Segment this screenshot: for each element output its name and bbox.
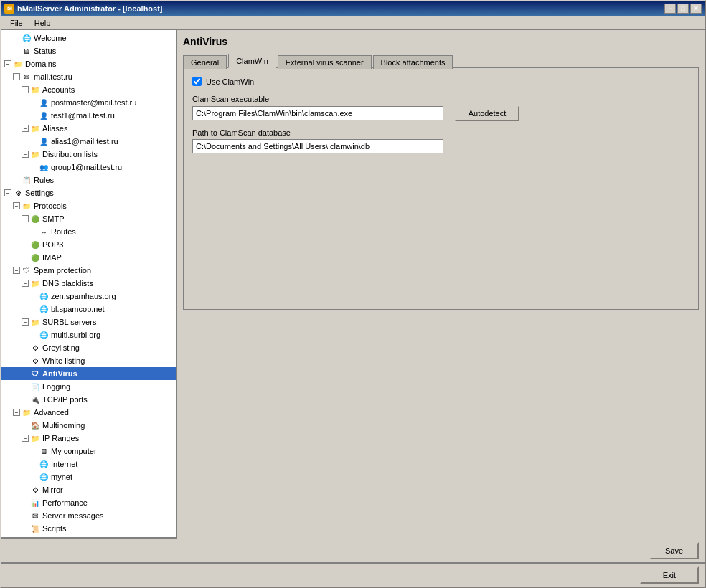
close-button[interactable]: ✕ <box>690 4 702 14</box>
tree-item-status[interactable]: 🖥 Status <box>1 44 176 57</box>
tree-item-alias1[interactable]: 👤 alias1@mail.test.ru <box>1 135 176 148</box>
exit-bar: Exit <box>1 562 705 587</box>
tree-label-spam-protection: Spam protection <box>34 266 91 275</box>
expand-protocols[interactable]: − <box>13 202 20 209</box>
tree-item-spam-protection[interactable]: − 🛡 Spam protection <box>1 264 176 277</box>
folder-icon-dns: 📁 <box>30 278 40 288</box>
tab-clamwin[interactable]: ClamWin <box>228 54 276 68</box>
tree-label-server-messages: Server messages <box>42 511 104 520</box>
tree-item-protocols[interactable]: − 📁 Protocols <box>1 199 176 212</box>
tree-item-internet[interactable]: 🌐 Internet <box>1 457 176 470</box>
tree-item-server-messages[interactable]: ✉ Server messages <box>1 509 176 522</box>
expand-surbl[interactable]: − <box>22 318 29 326</box>
tree-item-multihoming[interactable]: 🏠 Multihoming <box>1 419 176 432</box>
tree-item-dist-lists[interactable]: − 📁 Distribution lists <box>1 148 176 161</box>
tree-item-smtp[interactable]: − 🟢 SMTP <box>1 212 176 225</box>
expand-advanced[interactable]: − <box>13 409 20 416</box>
tree-label-dist-lists: Distribution lists <box>42 150 98 158</box>
tree-item-accounts[interactable]: − 📁 Accounts <box>1 83 176 96</box>
tree-item-imap[interactable]: 🟢 IMAP <box>1 251 176 264</box>
rules-icon: 📋 <box>22 175 32 185</box>
person-icon-postmaster: 👤 <box>39 98 49 108</box>
tree-item-dns-blacklists[interactable]: − 📁 DNS blacklists <box>1 277 176 290</box>
monitor-icon: 🖥 <box>22 46 32 56</box>
expand-spam[interactable]: − <box>13 267 20 274</box>
tcpip-icon: 🔌 <box>30 394 40 404</box>
tree-item-zen-spamhaus[interactable]: 🌐 zen.spamhaus.org <box>1 290 176 303</box>
tab-content-clamwin: Use ClamWin ClamScan executable Autodete… <box>183 67 699 310</box>
autodetect-button[interactable]: Autodetect <box>455 105 519 121</box>
tree-item-mirror[interactable]: ⚙ Mirror <box>1 483 176 496</box>
expand-ip-ranges[interactable]: − <box>22 435 29 442</box>
use-clamwin-checkbox[interactable] <box>192 77 202 86</box>
tab-general[interactable]: General <box>183 55 227 69</box>
tree-item-performance[interactable]: 📊 Performance <box>1 496 176 509</box>
tree-label-protocols: Protocols <box>34 201 67 210</box>
maximize-button[interactable]: □ <box>677 4 689 14</box>
tree-item-pop3[interactable]: 🟢 POP3 <box>1 238 176 251</box>
folder-icon-advanced: 📁 <box>22 407 32 417</box>
person-icon-test1: 👤 <box>39 110 49 120</box>
tree-item-my-computer[interactable]: 🖥 My computer <box>1 445 176 457</box>
tree-item-domains[interactable]: − 📁 Domains <box>1 57 176 70</box>
tab-external-scanner[interactable]: External virus scanner <box>278 55 372 69</box>
tree-item-group1[interactable]: 👥 group1@mail.test.ru <box>1 161 176 174</box>
tree-label-accounts: Accounts <box>42 85 75 94</box>
exit-button[interactable]: Exit <box>640 566 699 584</box>
tree-item-routes[interactable]: ↔ Routes <box>1 225 176 238</box>
app-icon: ✉ <box>4 4 14 14</box>
smtp-icon: 🟢 <box>30 214 40 224</box>
tree-item-ip-ranges[interactable]: − 📁 IP Ranges <box>1 432 176 445</box>
main-window: ✉ hMailServer Administrator - [localhost… <box>0 0 706 588</box>
expand-smtp[interactable]: − <box>22 215 29 222</box>
database-row: Path to ClamScan database <box>192 128 689 153</box>
database-input[interactable] <box>192 139 443 153</box>
menu-file[interactable]: File <box>4 17 29 29</box>
tree-item-antivirus[interactable]: 🛡 AntiVirus <box>1 367 176 380</box>
tree-label-tcpip-ports: TCP/IP ports <box>42 395 88 404</box>
tree-item-bl-spamcop[interactable]: 🌐 bl.spamcop.net <box>1 303 176 316</box>
tree-label-aliases: Aliases <box>42 124 67 133</box>
tree-label-domains: Domains <box>25 60 56 68</box>
logging-icon: 📄 <box>30 381 40 392</box>
executable-input[interactable] <box>192 106 443 120</box>
tree-item-rules[interactable]: 📋 Rules <box>1 174 176 186</box>
tree-item-logging[interactable]: 📄 Logging <box>1 380 176 393</box>
tree-item-mail-test-ru[interactable]: − ✉ mail.test.ru <box>1 70 176 83</box>
envelope-icon-domain: ✉ <box>22 72 32 82</box>
expand-accounts[interactable]: − <box>22 86 29 93</box>
executable-label: ClamScan executable <box>192 95 689 103</box>
expand-dns[interactable]: − <box>22 280 29 287</box>
tree-item-postmaster[interactable]: 👤 postmaster@mail.test.ru <box>1 96 176 109</box>
tree-label-pop3: POP3 <box>42 240 63 249</box>
save-button[interactable]: Save <box>649 542 699 559</box>
tree-item-scripts[interactable]: 📜 Scripts <box>1 522 176 535</box>
tree-item-settings[interactable]: − ⚙ Settings <box>1 186 176 199</box>
tree-item-test1[interactable]: 👤 test1@mail.test.ru <box>1 109 176 122</box>
minimize-button[interactable]: − <box>664 4 676 14</box>
globe-icon-surbl: 🌐 <box>39 330 49 340</box>
tree-item-welcome[interactable]: 🌐 Welcome <box>1 32 176 44</box>
expand-settings[interactable]: − <box>4 189 11 196</box>
tree-item-mynet[interactable]: 🌐 mynet <box>1 470 176 483</box>
tree-item-advanced[interactable]: − 📁 Advanced <box>1 406 176 419</box>
use-clamwin-row: Use ClamWin <box>192 77 689 86</box>
title-bar: ✉ hMailServer Administrator - [localhost… <box>1 1 705 16</box>
tree-label-rules: Rules <box>34 176 54 184</box>
tree-item-white-listing[interactable]: ⚙ White listing <box>1 354 176 367</box>
expand-dist-lists[interactable]: − <box>22 151 29 158</box>
expand-aliases[interactable]: − <box>22 125 29 132</box>
tab-block-attachments[interactable]: Block attachments <box>373 55 453 69</box>
menu-help[interactable]: Help <box>29 17 57 29</box>
pop3-icon: 🟢 <box>30 240 40 250</box>
tree-item-tcpip-ports[interactable]: 🔌 TCP/IP ports <box>1 393 176 406</box>
tree-item-greylisting[interactable]: ⚙ Greylisting <box>1 341 176 354</box>
tree-item-surbl-servers[interactable]: − 📁 SURBL servers <box>1 316 176 328</box>
use-clamwin-label[interactable]: Use ClamWin <box>206 77 254 86</box>
settings-icon: ⚙ <box>13 188 23 198</box>
tree-item-multi-surbl[interactable]: 🌐 multi.surbl.org <box>1 328 176 341</box>
expand-mail-test-ru[interactable]: − <box>13 73 20 80</box>
expand-domains[interactable]: − <box>4 60 11 67</box>
tree-item-aliases[interactable]: − 📁 Aliases <box>1 122 176 135</box>
tree-label-surbl-servers: SURBL servers <box>42 318 96 326</box>
